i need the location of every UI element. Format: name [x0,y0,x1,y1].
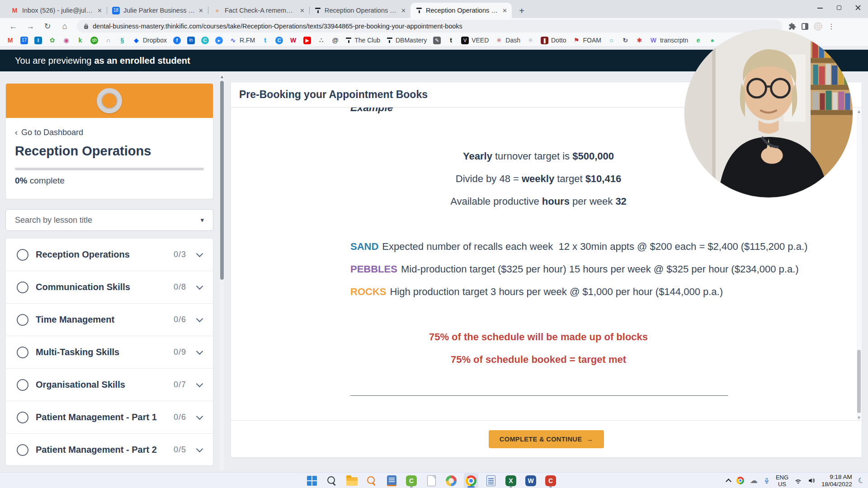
bookmark-refresh[interactable]: ↻ [622,37,629,44]
taskbar-document[interactable] [424,473,439,488]
bookmark-dbmastery[interactable]: DBMastery [387,37,427,44]
tab-calendar[interactable]: 18Julie Parker Business Success – C✕ [107,3,208,18]
bookmark-spark[interactable]: ✳ [527,37,534,44]
microphone-icon[interactable] [764,476,770,485]
bookmark-zoom[interactable]: ▸ [215,37,223,44]
focus-assist-icon[interactable]: ☾ [857,475,866,486]
bookmark-gmail[interactable]: M [6,37,14,44]
taskbar-word[interactable]: W [524,473,538,488]
profile-avatar[interactable] [814,22,822,31]
minimize-icon[interactable] [817,5,823,10]
bookmark-t-black[interactable]: t [447,37,455,44]
bookmark-twitter[interactable]: t [261,37,269,44]
onedrive-icon[interactable]: ☁ [750,477,758,484]
bookmark-trello[interactable]: ‖ [34,37,42,44]
sidebar-section-3[interactable]: Time Management0/6 [6,304,213,336]
bookmark-dotto[interactable]: ❚Dotto [541,37,566,44]
speaker-icon[interactable] [808,477,816,484]
taskbar-chrome[interactable] [464,473,478,488]
bookmark-headphones[interactable]: ∩ [104,37,112,44]
taskbar-start[interactable] [305,473,319,488]
bookmark-facebook[interactable]: f [173,37,181,44]
hidden-icons-icon[interactable] [726,479,731,484]
extensions-icon[interactable] [788,23,796,30]
bookmark-atom[interactable]: ✱ [636,37,643,44]
bookmark-quickbooks[interactable]: qb [90,37,98,44]
taskbar-camtasia[interactable]: C [404,473,419,488]
page-scrollbar[interactable] [220,74,224,470]
scroll-down-icon[interactable] [858,417,860,419]
bookmark-at-app[interactable]: @ [331,37,339,44]
bookmark-foam[interactable]: ⚑FOAM [572,37,601,44]
go-to-dashboard-link[interactable]: ‹ Go to Dashboard [15,128,213,137]
back-icon[interactable]: ← [6,19,20,33]
taskbar-excel[interactable]: X [504,473,518,488]
chevron-down-icon[interactable] [196,445,203,452]
close-icon[interactable] [855,5,861,10]
scrollbar-thumb[interactable] [220,81,224,280]
chevron-down-icon[interactable] [196,282,203,290]
bookmark-green[interactable]: ● [708,37,716,44]
clock[interactable]: 9:18 AM 18/04/2022 [821,474,852,488]
tab-course-1[interactable]: Reception Operations - Dental B✕ [309,3,410,18]
new-tab-button[interactable]: + [515,5,528,17]
scroll-up-icon[interactable] [858,110,860,113]
chevron-down-icon[interactable] [196,250,203,257]
tab-course-2[interactable]: Reception Operations - Dental B✕ [410,3,512,18]
bookmark-swirl[interactable]: ◉ [62,37,70,44]
chevron-down-icon[interactable] [196,315,203,322]
taskbar-search[interactable] [325,473,339,488]
bookmark-youtube[interactable]: ▶ [303,37,311,44]
bookmark-the-club[interactable]: The Club [345,37,380,44]
taskbar-file-explorer[interactable] [344,473,359,488]
tab-close-icon[interactable]: ✕ [401,7,406,14]
complete-continue-button[interactable]: COMPLETE & CONTINUE → [489,430,604,448]
sidebar-section-1[interactable]: Reception Operations0/3 [6,239,213,271]
content-scrollbar[interactable] [857,108,861,421]
scroll-up-icon[interactable] [221,75,223,78]
bookmark-dots-app[interactable]: ∴ [317,37,325,44]
address-bar[interactable]: dental-business-mastery.thinkific.com/co… [77,20,782,33]
taskbar-camtasia-recorder[interactable]: C [543,473,558,488]
bookmark-seahorse[interactable]: § [118,37,126,44]
tab-inbox[interactable]: MInbox (526) - julie@julieparkerpra✕ [5,3,107,18]
bookmark-linkedin[interactable]: in [187,37,195,44]
bookmark-calendar[interactable]: 17 [20,37,28,44]
sidebar-section-6[interactable]: Patient Management - Part 10/6 [6,401,213,434]
home-icon[interactable]: ⌂ [58,19,71,33]
tab-factcheck[interactable]: ●Fact Check-A remembrance page✕ [208,3,309,18]
chevron-down-icon[interactable] [196,413,203,420]
bookmark-pencil[interactable]: ✎ [433,37,441,44]
bookmark-transcrptn[interactable]: Wtranscrptn [650,37,688,44]
taskbar-paint[interactable] [444,473,458,488]
taskbar-notes[interactable] [384,473,399,488]
chrome-tray-icon[interactable] [736,477,744,484]
bookmark-planta[interactable]: ✿ [48,37,56,44]
bookmark-ring[interactable]: ○ [608,37,615,44]
sidebar-section-2[interactable]: Communication Skills0/8 [6,271,213,304]
scrollbar-thumb[interactable] [857,350,861,413]
taskbar-writer[interactable] [484,473,498,488]
taskbar-search-tool[interactable] [364,473,379,488]
tab-close-icon[interactable]: ✕ [198,7,203,14]
tab-close-icon[interactable]: ✕ [300,7,305,14]
sidebar-section-5[interactable]: Organisational Skills0/7 [6,369,213,401]
maximize-icon[interactable] [836,5,842,10]
wifi-icon[interactable] [794,477,802,484]
bookmark-veed[interactable]: VVEED [461,37,489,44]
reload-icon[interactable]: ↻ [41,19,54,33]
language-indicator[interactable]: ENG US [776,474,788,488]
forward-icon[interactable]: → [24,19,37,33]
bookmark-canva[interactable]: C [201,37,209,44]
bookmark-dropbox[interactable]: ◆Dropbox [132,37,167,44]
tab-close-icon[interactable]: ✕ [502,7,507,14]
bookmark-keap[interactable]: k [76,37,84,44]
sidebar-section-4[interactable]: Multi-Tasking Skills0/9 [6,336,213,369]
browser-menu-icon[interactable]: ⋮ [828,22,835,31]
bookmark-westpac[interactable]: W [289,37,297,44]
side-panel-icon[interactable] [802,23,808,30]
bookmark-rfm[interactable]: ∿R.FM [229,37,255,44]
bookmark-dash[interactable]: ✳Dash [495,37,520,44]
chevron-down-icon[interactable] [196,347,203,355]
chevron-down-icon[interactable] [196,380,203,387]
